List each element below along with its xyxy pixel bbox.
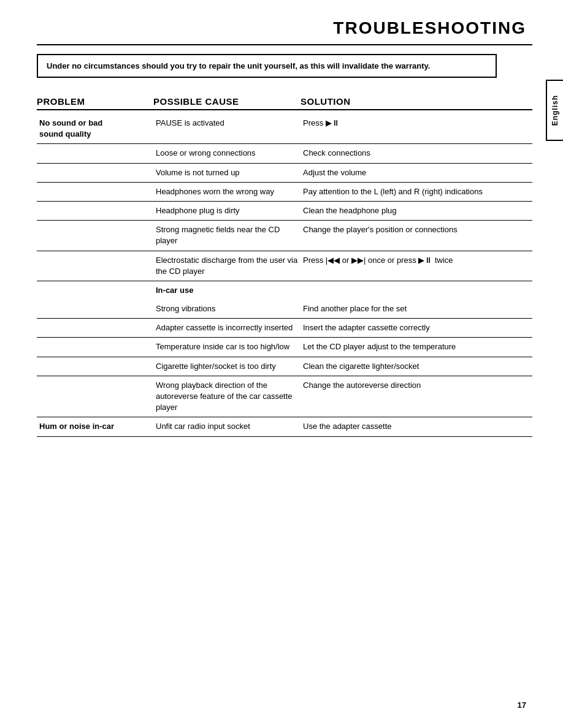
problem-cell: No sound or badsound quality: [37, 116, 153, 141]
solution-cell: Let the CD player adjust to the temperat…: [301, 340, 532, 354]
solution-cell: Use the adapter cassette: [301, 420, 532, 433]
solution-cell: Find another place for the set: [301, 302, 532, 316]
warning-box: Under no circumstances should you try to…: [37, 54, 497, 78]
solution-cell: Change the player's position or connecti…: [301, 223, 532, 248]
page-number: 17: [518, 700, 526, 710]
problem-cell: [37, 302, 153, 316]
problem-cell: [37, 321, 153, 335]
table-row: Temperature inside car is too high/low L…: [37, 338, 532, 357]
problem-cell: [37, 360, 153, 373]
cause-cell: Volume is not turned up: [153, 166, 301, 180]
cause-cell: Temperature inside car is too high/low: [153, 340, 301, 354]
solution-cell: Clean the cigarette lighter/socket: [301, 360, 532, 373]
page-container: TROUBLESHOOTING Under no circumstances s…: [0, 0, 563, 728]
solution-cell: Press ▶⏸: [301, 116, 532, 141]
problem-cell: [37, 379, 153, 415]
table-row: Cigarette lighter/socket is too dirty Cl…: [37, 357, 532, 376]
table-row: Electrostatic discharge from the user vi…: [37, 251, 532, 281]
troubleshooting-table: PROBLEM POSSIBLE CAUSE SOLUTION No sound…: [37, 96, 532, 437]
cause-cell: Headphones worn the wrong way: [153, 185, 301, 199]
problem-cell: [37, 146, 153, 160]
solution-cell: Pay attention to the L (left) and R (rig…: [301, 185, 532, 199]
cause-cell: Strong vibrations: [153, 302, 301, 316]
table-row: In-car use: [37, 281, 532, 300]
cause-cell: In-car use: [153, 284, 301, 297]
table-row: Headphones worn the wrong way Pay attent…: [37, 183, 532, 202]
problem-cell: Hum or noise in-car: [37, 420, 153, 433]
table-header: PROBLEM POSSIBLE CAUSE SOLUTION: [37, 96, 532, 110]
table-row: Strong vibrations Find another place for…: [37, 300, 532, 319]
table-row: Strong magnetic fields near the CD playe…: [37, 221, 532, 251]
cause-cell: PAUSE is activated: [153, 116, 301, 141]
table-row: Loose or wrong connections Check connect…: [37, 144, 532, 163]
cause-cell: Strong magnetic fields near the CD playe…: [153, 223, 301, 248]
cause-cell: Adapter cassette is incorrectly inserted: [153, 321, 301, 335]
problem-cell: [37, 223, 153, 248]
problem-cell: [37, 340, 153, 354]
title-divider: [37, 44, 532, 45]
cause-cell: Cigarette lighter/socket is too dirty: [153, 360, 301, 373]
cause-cell: Loose or wrong connections: [153, 146, 301, 160]
solution-cell: Clean the headphone plug: [301, 204, 532, 218]
solution-cell: Change the autoreverse direction: [301, 379, 532, 415]
solution-header: SOLUTION: [301, 96, 532, 107]
cause-cell: Unfit car radio input socket: [153, 420, 301, 433]
solution-cell: Press |◀◀ or ▶▶| once or press ▶⏸ twice: [301, 254, 532, 278]
table-body: No sound or badsound quality PAUSE is ac…: [37, 114, 532, 437]
problem-header: PROBLEM: [37, 96, 153, 107]
solution-cell: Check connections: [301, 146, 532, 160]
table-row: Hum or noise in-car Unfit car radio inpu…: [37, 417, 532, 436]
language-label: English: [551, 95, 559, 126]
solution-cell: [301, 284, 532, 297]
problem-cell: [37, 185, 153, 199]
cause-cell: Headphone plug is dirty: [153, 204, 301, 218]
table-row: No sound or badsound quality PAUSE is ac…: [37, 114, 532, 144]
cause-header: POSSIBLE CAUSE: [153, 96, 301, 107]
problem-cell: [37, 254, 153, 278]
problem-cell: [37, 204, 153, 218]
language-tab: English: [546, 80, 563, 141]
page-title: TROUBLESHOOTING: [37, 18, 532, 38]
problem-cell: [37, 166, 153, 180]
problem-cell: [37, 284, 153, 297]
cause-cell: Wrong playback direction of the autoreve…: [153, 379, 301, 415]
warning-text: Under no circumstances should you try to…: [47, 61, 487, 70]
table-row: Adapter cassette is incorrectly inserted…: [37, 319, 532, 338]
table-row: Wrong playback direction of the autoreve…: [37, 376, 532, 418]
table-row: Headphone plug is dirty Clean the headph…: [37, 202, 532, 221]
table-row: Volume is not turned up Adjust the volum…: [37, 164, 532, 183]
solution-cell: Adjust the volume: [301, 166, 532, 180]
solution-cell: Insert the adapter cassette correctly: [301, 321, 532, 335]
cause-cell: Electrostatic discharge from the user vi…: [153, 254, 301, 278]
